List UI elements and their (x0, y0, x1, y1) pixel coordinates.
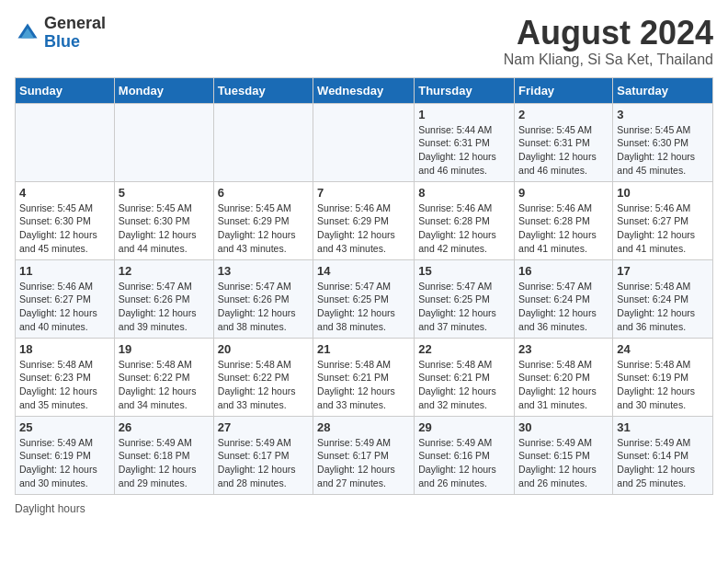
header-saturday: Saturday (613, 77, 713, 103)
day-number: 28 (317, 420, 410, 434)
calendar-cell: 26Sunrise: 5:49 AM Sunset: 6:18 PM Dayli… (114, 416, 213, 494)
day-number: 19 (119, 342, 210, 356)
day-number: 18 (19, 342, 110, 356)
page-header: General Blue August 2024 Nam Kliang, Si … (15, 15, 713, 68)
calendar-cell: 30Sunrise: 5:49 AM Sunset: 6:15 PM Dayli… (515, 416, 613, 494)
day-number: 21 (317, 342, 410, 356)
calendar-cell (16, 103, 115, 181)
calendar-cell: 5Sunrise: 5:45 AM Sunset: 6:30 PM Daylig… (114, 181, 213, 259)
day-number: 11 (19, 264, 110, 278)
day-info: Sunrise: 5:47 AM Sunset: 6:24 PM Dayligh… (518, 280, 609, 334)
day-info: Sunrise: 5:49 AM Sunset: 6:14 PM Dayligh… (617, 436, 709, 490)
day-info: Sunrise: 5:47 AM Sunset: 6:25 PM Dayligh… (317, 280, 410, 334)
day-number: 30 (518, 420, 609, 434)
day-info: Sunrise: 5:49 AM Sunset: 6:15 PM Dayligh… (518, 436, 609, 490)
day-info: Sunrise: 5:48 AM Sunset: 6:21 PM Dayligh… (418, 358, 510, 412)
logo-blue: Blue (44, 33, 106, 52)
header-wednesday: Wednesday (313, 77, 415, 103)
calendar-cell: 13Sunrise: 5:47 AM Sunset: 6:26 PM Dayli… (213, 259, 313, 338)
day-info: Sunrise: 5:49 AM Sunset: 6:19 PM Dayligh… (19, 436, 110, 490)
calendar-cell: 25Sunrise: 5:49 AM Sunset: 6:19 PM Dayli… (16, 416, 115, 494)
day-info: Sunrise: 5:46 AM Sunset: 6:27 PM Dayligh… (19, 280, 110, 334)
calendar-cell: 1Sunrise: 5:44 AM Sunset: 6:31 PM Daylig… (415, 103, 515, 181)
day-number: 23 (518, 342, 609, 356)
day-number: 5 (119, 186, 210, 200)
header-friday: Friday (515, 77, 613, 103)
calendar-cell: 8Sunrise: 5:46 AM Sunset: 6:28 PM Daylig… (415, 181, 515, 259)
logo: General Blue (15, 15, 106, 52)
calendar-cell (313, 103, 415, 181)
calendar-cell: 20Sunrise: 5:48 AM Sunset: 6:22 PM Dayli… (213, 338, 313, 416)
logo-icon (15, 20, 40, 46)
header-sunday: Sunday (16, 77, 115, 103)
calendar-cell: 29Sunrise: 5:49 AM Sunset: 6:16 PM Dayli… (415, 416, 515, 494)
calendar-cell: 14Sunrise: 5:47 AM Sunset: 6:25 PM Dayli… (313, 259, 415, 338)
day-number: 31 (617, 420, 709, 434)
calendar-cell: 21Sunrise: 5:48 AM Sunset: 6:21 PM Dayli… (313, 338, 415, 416)
calendar-cell: 2Sunrise: 5:45 AM Sunset: 6:31 PM Daylig… (515, 103, 613, 181)
calendar-cell: 15Sunrise: 5:47 AM Sunset: 6:25 PM Dayli… (415, 259, 515, 338)
day-info: Sunrise: 5:48 AM Sunset: 6:19 PM Dayligh… (617, 358, 709, 412)
calendar-week-row: 25Sunrise: 5:49 AM Sunset: 6:19 PM Dayli… (16, 416, 713, 494)
day-number: 17 (617, 264, 709, 278)
day-info: Sunrise: 5:48 AM Sunset: 6:23 PM Dayligh… (19, 358, 110, 412)
day-number: 16 (518, 264, 609, 278)
calendar-cell: 3Sunrise: 5:45 AM Sunset: 6:30 PM Daylig… (613, 103, 713, 181)
day-number: 9 (518, 186, 609, 200)
footer-label: Daylight hours (15, 502, 85, 515)
day-info: Sunrise: 5:46 AM Sunset: 6:28 PM Dayligh… (418, 201, 510, 256)
day-info: Sunrise: 5:49 AM Sunset: 6:18 PM Dayligh… (119, 436, 210, 490)
calendar-cell: 16Sunrise: 5:47 AM Sunset: 6:24 PM Dayli… (515, 259, 613, 338)
day-number: 29 (418, 420, 510, 434)
logo-text: General Blue (44, 15, 106, 52)
calendar-header-row: SundayMondayTuesdayWednesdayThursdayFrid… (16, 77, 713, 103)
day-number: 15 (418, 264, 510, 278)
day-info: Sunrise: 5:47 AM Sunset: 6:26 PM Dayligh… (119, 280, 210, 334)
calendar-cell: 31Sunrise: 5:49 AM Sunset: 6:14 PM Dayli… (613, 416, 713, 494)
footer: Daylight hours (15, 502, 713, 515)
day-number: 13 (218, 264, 309, 278)
day-number: 6 (218, 186, 309, 200)
day-number: 24 (617, 342, 709, 356)
day-info: Sunrise: 5:49 AM Sunset: 6:17 PM Dayligh… (317, 436, 410, 490)
day-info: Sunrise: 5:46 AM Sunset: 6:29 PM Dayligh… (317, 201, 410, 256)
day-info: Sunrise: 5:48 AM Sunset: 6:22 PM Dayligh… (218, 358, 309, 412)
calendar-week-row: 1Sunrise: 5:44 AM Sunset: 6:31 PM Daylig… (16, 103, 713, 181)
day-info: Sunrise: 5:45 AM Sunset: 6:29 PM Dayligh… (218, 201, 309, 256)
day-number: 3 (617, 108, 709, 121)
subtitle: Nam Kliang, Si Sa Ket, Thailand (504, 52, 713, 68)
calendar-cell (114, 103, 213, 181)
header-monday: Monday (114, 77, 213, 103)
day-number: 25 (19, 420, 110, 434)
day-info: Sunrise: 5:48 AM Sunset: 6:22 PM Dayligh… (119, 358, 210, 412)
day-info: Sunrise: 5:46 AM Sunset: 6:27 PM Dayligh… (617, 201, 709, 256)
day-info: Sunrise: 5:49 AM Sunset: 6:16 PM Dayligh… (418, 436, 510, 490)
day-info: Sunrise: 5:45 AM Sunset: 6:31 PM Dayligh… (518, 123, 609, 178)
day-number: 7 (317, 186, 410, 200)
calendar-cell: 4Sunrise: 5:45 AM Sunset: 6:30 PM Daylig… (16, 181, 115, 259)
day-number: 2 (518, 108, 609, 121)
calendar-cell: 6Sunrise: 5:45 AM Sunset: 6:29 PM Daylig… (213, 181, 313, 259)
day-info: Sunrise: 5:49 AM Sunset: 6:17 PM Dayligh… (218, 436, 309, 490)
calendar-cell: 17Sunrise: 5:48 AM Sunset: 6:24 PM Dayli… (613, 259, 713, 338)
calendar-cell: 19Sunrise: 5:48 AM Sunset: 6:22 PM Dayli… (114, 338, 213, 416)
header-tuesday: Tuesday (213, 77, 313, 103)
title-block: August 2024 Nam Kliang, Si Sa Ket, Thail… (504, 15, 713, 68)
day-number: 22 (418, 342, 510, 356)
calendar-week-row: 18Sunrise: 5:48 AM Sunset: 6:23 PM Dayli… (16, 338, 713, 416)
calendar-cell (213, 103, 313, 181)
day-number: 26 (119, 420, 210, 434)
day-info: Sunrise: 5:48 AM Sunset: 6:20 PM Dayligh… (518, 358, 609, 412)
day-info: Sunrise: 5:44 AM Sunset: 6:31 PM Dayligh… (418, 123, 510, 178)
day-number: 4 (19, 186, 110, 200)
calendar-cell: 11Sunrise: 5:46 AM Sunset: 6:27 PM Dayli… (16, 259, 115, 338)
day-info: Sunrise: 5:46 AM Sunset: 6:28 PM Dayligh… (518, 201, 609, 256)
calendar-cell: 12Sunrise: 5:47 AM Sunset: 6:26 PM Dayli… (114, 259, 213, 338)
calendar-cell: 27Sunrise: 5:49 AM Sunset: 6:17 PM Dayli… (213, 416, 313, 494)
header-thursday: Thursday (415, 77, 515, 103)
day-number: 1 (418, 108, 510, 121)
calendar-cell: 23Sunrise: 5:48 AM Sunset: 6:20 PM Dayli… (515, 338, 613, 416)
day-info: Sunrise: 5:48 AM Sunset: 6:21 PM Dayligh… (317, 358, 410, 412)
day-info: Sunrise: 5:45 AM Sunset: 6:30 PM Dayligh… (19, 201, 110, 256)
calendar-cell: 22Sunrise: 5:48 AM Sunset: 6:21 PM Dayli… (415, 338, 515, 416)
